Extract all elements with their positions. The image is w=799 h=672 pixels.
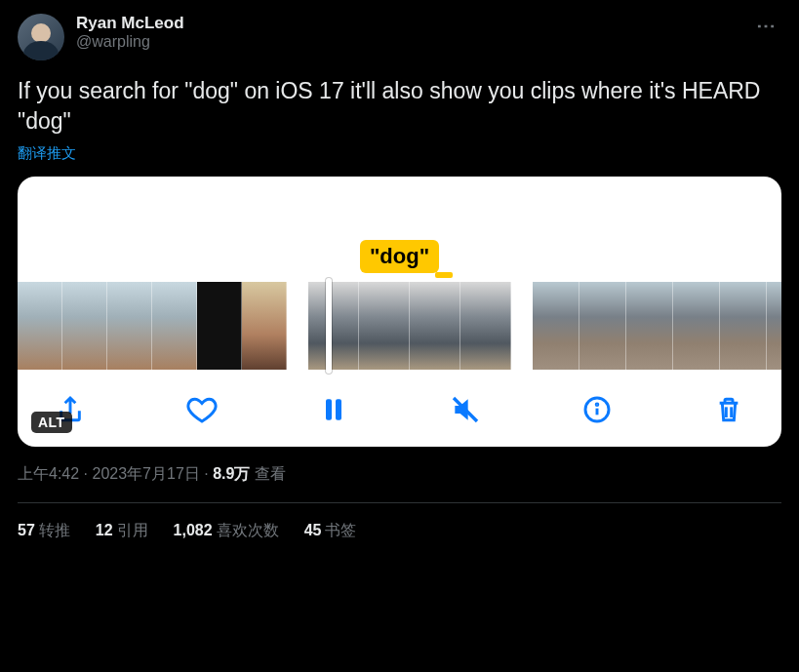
playhead[interactable] xyxy=(326,278,332,374)
video-frame xyxy=(197,282,242,370)
video-frame xyxy=(579,282,626,370)
keyword-tag: "dog" xyxy=(360,240,439,273)
post-date[interactable]: 2023年7月17日 xyxy=(92,465,199,482)
translate-link[interactable]: 翻译推文 xyxy=(18,144,76,163)
meta-separator: · xyxy=(200,465,213,482)
views-count: 8.9万 xyxy=(213,465,250,482)
video-frame xyxy=(626,282,673,370)
more-icon[interactable]: ⋯ xyxy=(752,14,781,37)
meta-separator: · xyxy=(79,465,92,482)
video-frame xyxy=(533,282,579,370)
tweet-text: If you search for "dog" on iOS 17 it'll … xyxy=(18,76,781,137)
bookmarks-stat[interactable]: 45书签 xyxy=(304,521,357,541)
clip-group-3[interactable] xyxy=(533,282,781,370)
pause-icon[interactable] xyxy=(316,392,351,427)
media-attachment[interactable]: "dog" xyxy=(18,177,781,447)
video-frame xyxy=(359,282,410,370)
quotes-stat[interactable]: 12引用 xyxy=(96,521,148,541)
video-frame xyxy=(62,282,107,370)
avatar[interactable] xyxy=(18,14,64,60)
media-toolbar xyxy=(18,375,781,437)
video-timeline[interactable] xyxy=(18,279,781,375)
post-time[interactable]: 上午4:42 xyxy=(18,465,79,482)
mute-icon[interactable] xyxy=(448,392,483,427)
tweet-container: Ryan McLeod @warpling ⋯ If you search fo… xyxy=(0,0,799,555)
video-frame xyxy=(308,282,359,370)
video-frame xyxy=(720,282,767,370)
display-name: Ryan McLeod xyxy=(76,14,740,33)
likes-stat[interactable]: 1,082喜欢次数 xyxy=(174,521,279,541)
video-frame xyxy=(242,282,287,370)
trash-icon[interactable] xyxy=(711,392,746,427)
svg-point-5 xyxy=(596,404,598,406)
media-header: "dog" xyxy=(18,177,781,279)
video-frame xyxy=(460,282,511,370)
info-icon[interactable] xyxy=(579,392,615,427)
author-block[interactable]: Ryan McLeod @warpling xyxy=(76,14,740,51)
video-frame xyxy=(767,282,781,370)
tweet-meta: 上午4:42 · 2023年7月17日 · 8.9万 查看 xyxy=(18,464,781,485)
video-frame xyxy=(673,282,720,370)
alt-badge[interactable]: ALT xyxy=(31,412,72,433)
heart-icon[interactable] xyxy=(184,392,220,427)
video-frame xyxy=(18,282,62,370)
retweets-stat[interactable]: 57转推 xyxy=(18,521,70,541)
video-frame xyxy=(152,282,197,370)
tweet-header: Ryan McLeod @warpling ⋯ xyxy=(18,14,781,60)
video-frame xyxy=(107,282,152,370)
video-frame xyxy=(410,282,460,370)
user-handle: @warpling xyxy=(76,33,740,51)
views-label: 查看 xyxy=(255,465,286,482)
clip-group-2[interactable] xyxy=(308,282,511,370)
svg-rect-0 xyxy=(326,399,332,419)
clip-group-1[interactable] xyxy=(18,282,287,370)
svg-rect-1 xyxy=(336,399,341,419)
stats-row: 57转推 12引用 1,082喜欢次数 45书签 xyxy=(18,503,781,541)
